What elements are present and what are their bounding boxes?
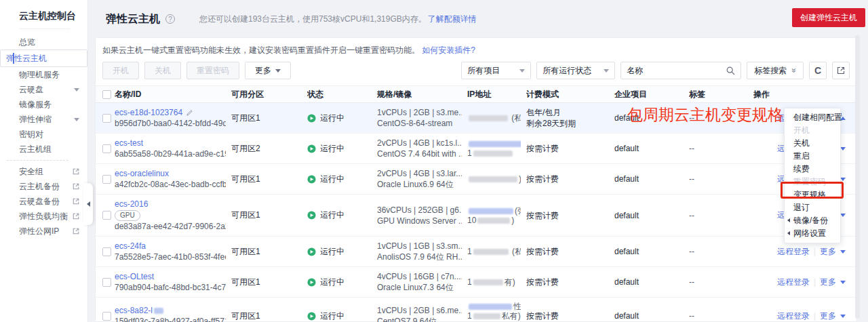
action-button-label: 关机 — [155, 65, 171, 77]
image-line: Oracle Linux6.9 64位 — [377, 179, 462, 190]
column-header: 名称/ID — [115, 89, 231, 100]
select-all-checkbox[interactable] — [102, 90, 111, 99]
row-checkbox[interactable] — [102, 114, 111, 123]
table-row: ecs-test6ab55a58-0b29-441a-ad9e-c19e203.… — [96, 134, 856, 164]
sidebar-item-6[interactable]: 密钥对 — [0, 127, 87, 142]
menu-item-label: 续费 — [793, 164, 810, 174]
sidebar-item-2[interactable]: 物理机服务 — [0, 67, 87, 82]
server-id: de83a87a-ee42-42d7-9906-2a2d7cd... — [115, 221, 226, 232]
notice-install-plugin-link[interactable]: 如何安装插件? — [422, 45, 475, 55]
sidebar-item-13[interactable]: 弹性公网IP — [0, 224, 87, 239]
vertical-scrollbar[interactable] — [855, 35, 860, 319]
tag-search-button[interactable]: 标签搜索 « — [747, 62, 804, 79]
billing-mode: 按需计费 — [526, 210, 609, 221]
help-icon[interactable]: ? — [165, 14, 175, 24]
export-button[interactable] — [832, 62, 850, 79]
row-checkbox[interactable] — [102, 175, 111, 184]
remote-login-link[interactable]: 远程登录 — [777, 310, 810, 322]
sidebar-item-7[interactable]: 云主机组 — [0, 142, 87, 157]
server-name-link[interactable]: ecs-test — [115, 138, 143, 148]
external-link-icon — [73, 183, 79, 190]
sidebar-item-12[interactable]: 弹性负载均衡 — [0, 209, 87, 224]
server-name-link[interactable]: ecs-2016 — [115, 199, 148, 209]
column-header: 计费模式 — [526, 89, 614, 100]
sidebar-item-9[interactable]: 安全组 — [0, 164, 87, 179]
tag-value: -- — [689, 311, 694, 321]
project-cell: default — [614, 211, 689, 220]
more-actions-link[interactable]: 更多 — [820, 246, 836, 258]
remote-login-link[interactable]: 远程登录 — [777, 246, 810, 258]
chevron-down-icon — [840, 281, 846, 284]
action-button-3[interactable]: 更多 — [245, 62, 291, 79]
row-checkbox[interactable] — [102, 211, 111, 220]
server-name-link[interactable]: ecs-oraclelinux — [115, 169, 169, 178]
sidebar-collapse-handle[interactable] — [83, 183, 93, 225]
menu-item-2[interactable]: 关机 — [785, 137, 840, 150]
sidebar-item-3[interactable]: 云硬盘 — [0, 82, 87, 97]
ops-cell: 远程登录|更多 — [753, 310, 851, 322]
image-line: CentOS7.9 64位 — [377, 316, 462, 322]
project-filter-select[interactable]: 所有项目 — [461, 62, 531, 79]
sidebar-item-0[interactable]: 总览 — [0, 35, 87, 49]
row-checkbox[interactable] — [102, 278, 111, 287]
sidebar-item-1[interactable]: 弹性云主机 — [0, 49, 87, 67]
menu-item-0[interactable]: 创建相同配置 — [785, 111, 840, 124]
server-id: a42fcb2c-08ac-43ec-badb-ccfb24168... — [115, 179, 226, 190]
more-actions-link[interactable]: 更多 — [820, 277, 836, 288]
name-cell: ecs-e18d-1023764b956d7b0-baa0-4142-bfdd-… — [115, 107, 231, 129]
sidebar-item-11[interactable]: 云硬盘备份 — [0, 194, 87, 209]
az-value: 可用区2 — [231, 144, 260, 153]
status-cell: 运行中 — [307, 277, 377, 288]
menu-item-3[interactable]: 重启 — [785, 150, 840, 163]
row-checkbox[interactable] — [102, 144, 111, 153]
menu-item-9[interactable]: 网络设置 — [785, 227, 840, 240]
az-cell: 可用区1 — [231, 246, 307, 258]
redacted-text — [154, 308, 163, 314]
server-name-link[interactable]: ecs-e18d-1023764 — [115, 108, 182, 117]
status-wrap: 运行中 — [307, 209, 372, 221]
status-filter-select[interactable]: 所有运行状态 — [536, 62, 615, 79]
menu-item-8[interactable]: 镜像/备份 — [785, 214, 840, 227]
row-checkbox[interactable] — [102, 312, 111, 321]
redacted-ip — [473, 279, 503, 285]
az-value: 可用区1 — [231, 311, 260, 321]
menu-item-7[interactable]: 退订 — [785, 201, 840, 214]
billing-mode: 按需计费 — [526, 174, 609, 184]
refresh-button[interactable]: C — [809, 62, 827, 79]
sidebar-item-10[interactable]: 云主机备份 — [0, 179, 87, 194]
column-header: 操作 — [753, 89, 851, 100]
spec-line: 2vCPUs | 4GB | kc1s.l... — [377, 138, 462, 148]
row-checkbox-cell — [102, 247, 115, 256]
sidebar-item-label: 镜像服务 — [19, 99, 52, 110]
more-actions-link[interactable]: 更多 — [820, 310, 836, 322]
spec-cell: 2vCPUs | 4GB | s3.lar...Oracle Linux6.9 … — [377, 168, 467, 190]
row-checkbox-cell — [102, 114, 115, 123]
external-link-icon — [73, 228, 79, 235]
sidebar-item-4[interactable]: 镜像服务 — [0, 97, 87, 112]
name-line: ecs-OLtest — [115, 271, 226, 282]
search-icon[interactable] — [726, 66, 735, 75]
ip-line: 性IP)... — [467, 302, 521, 311]
menu-item-label: 开机 — [793, 125, 810, 135]
server-name-link[interactable]: ecs-8a82-l — [115, 306, 153, 315]
menu-item-4[interactable]: 续费 — [785, 163, 840, 176]
server-id: 7a5528e5-7aec-41b0-853f-4fee9424... — [115, 251, 226, 262]
external-link-icon — [73, 198, 79, 205]
column-header-label: 名称/ID — [115, 89, 141, 99]
ip-text: ) — [511, 216, 514, 225]
name-cell: ecs-2016GPUde83a87a-ee42-42d7-9906-2a2d7… — [115, 199, 231, 232]
server-name-link[interactable]: ecs-24fa — [115, 241, 146, 251]
edit-name-icon[interactable] — [186, 109, 193, 117]
quota-details-link[interactable]: 了解配额详情 — [428, 14, 477, 25]
search-input[interactable] — [651, 66, 726, 75]
az-cell: 可用区1 — [231, 310, 307, 322]
remote-login-link[interactable]: 远程登录 — [777, 277, 810, 288]
search-category-select[interactable]: 名称 — [627, 65, 647, 77]
create-server-button[interactable]: 创建弹性云主机 — [792, 8, 865, 27]
row-checkbox[interactable] — [102, 247, 111, 256]
sidebar-item-5[interactable]: 弹性伸缩 — [0, 112, 87, 127]
ip-text: 1 — [467, 247, 472, 256]
menu-item-6[interactable]: 变更规格 — [785, 188, 840, 201]
action-button-2: 重置密码 — [186, 62, 239, 79]
server-name-link[interactable]: ecs-OLtest — [115, 272, 154, 281]
